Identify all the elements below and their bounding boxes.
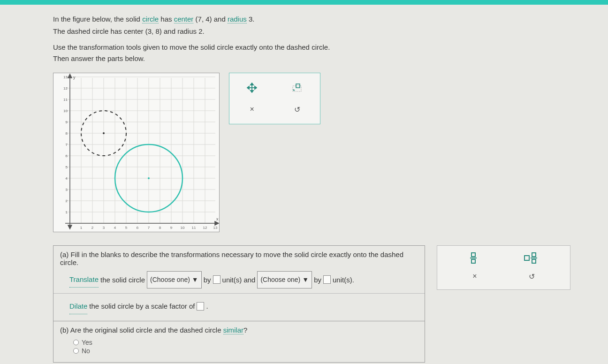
svg-text:9: 9 [170, 226, 173, 230]
question-line-1: In the figure below, the solid circle ha… [53, 13, 570, 37]
keypad-undo[interactable]: ↺ [529, 272, 535, 281]
svg-text:4: 4 [66, 176, 68, 181]
svg-text:y: y [73, 75, 76, 80]
radio-icon [73, 340, 79, 345]
text: by [314, 272, 321, 288]
svg-text:10: 10 [63, 109, 68, 113]
text: ? [243, 326, 247, 334]
text: unit(s). [333, 272, 354, 288]
center-2: (3, 8) [145, 27, 162, 35]
chevron-down-icon: ▼ [302, 273, 309, 287]
mixed-fraction-button[interactable] [524, 252, 537, 264]
svg-text:2: 2 [66, 199, 68, 203]
translate-tool[interactable] [243, 81, 261, 95]
part-b-text: Are the original solid circle and the da… [70, 326, 223, 334]
svg-text:x: x [216, 217, 219, 221]
svg-text:11: 11 [192, 226, 196, 230]
keypad-panel: × ↺ [437, 245, 570, 290]
radio-yes[interactable]: Yes [73, 339, 418, 346]
yes-label: Yes [82, 339, 92, 346]
svg-marker-31 [68, 225, 72, 229]
term-similar[interactable]: similar [223, 326, 243, 334]
svg-marker-69 [255, 86, 257, 89]
svg-text:9: 9 [66, 120, 68, 124]
part-a-label: (a) [60, 250, 68, 258]
app-top-bar [0, 0, 608, 5]
svg-point-61 [103, 132, 105, 134]
answer-panel: (a) Fill in the blanks to describe the t… [53, 245, 425, 363]
scale-factor-input[interactable] [197, 302, 204, 311]
svg-marker-29 [68, 74, 72, 78]
svg-text:2: 2 [91, 226, 94, 230]
clear-tool[interactable]: × [243, 102, 261, 116]
units-input-2[interactable] [323, 275, 331, 284]
text: The dashed circle has center [53, 27, 145, 35]
fraction-button[interactable] [470, 252, 477, 264]
instruction: Use the transformation tools given to mo… [53, 42, 570, 64]
units-input-1[interactable] [213, 275, 220, 284]
text: and radius [162, 27, 198, 35]
svg-text:13: 13 [63, 75, 68, 79]
text: has [159, 15, 174, 23]
radius-2: 2. [198, 27, 205, 35]
dilate-tool[interactable] [288, 81, 307, 95]
svg-text:4: 4 [114, 226, 116, 230]
text: . [206, 298, 208, 314]
radio-icon [73, 348, 79, 354]
keypad-clear[interactable]: × [472, 272, 477, 281]
radius-1: 3. [247, 15, 255, 23]
undo-tool[interactable]: ↺ [288, 102, 307, 116]
text: unit(s) and [222, 272, 256, 288]
part-a-text: Fill in the blanks to describe the trans… [60, 250, 403, 266]
svg-text:6: 6 [137, 226, 139, 230]
svg-text:3: 3 [66, 188, 68, 192]
term-radius[interactable]: radius [228, 15, 247, 23]
svg-text:6: 6 [66, 154, 68, 158]
svg-marker-30 [215, 221, 219, 225]
coordinate-graph[interactable]: 12345678910111213 12345678910111213 y x [53, 73, 220, 232]
svg-text:12: 12 [203, 226, 207, 230]
no-label: No [82, 347, 90, 355]
svg-text:8: 8 [159, 226, 161, 230]
transform-toolbar: × ↺ [229, 73, 320, 124]
part-b-label: (b) [60, 326, 68, 334]
term-center[interactable]: center [174, 15, 194, 23]
svg-text:1: 1 [80, 226, 83, 230]
svg-text:5: 5 [125, 226, 128, 230]
term-translate[interactable]: Translate [69, 272, 99, 288]
svg-marker-68 [247, 86, 249, 89]
term-circle[interactable]: circle [142, 15, 159, 23]
svg-text:12: 12 [63, 86, 68, 91]
text: the solid circle by a scale factor of [89, 298, 195, 314]
svg-marker-66 [251, 83, 253, 85]
content-area: In the figure below, the solid circle ha… [0, 5, 608, 364]
text: by [204, 272, 211, 288]
instruction-line-1: Use the transformation tools given to mo… [53, 43, 330, 51]
svg-text:10: 10 [181, 226, 185, 230]
direction-select-2[interactable]: (Choose one)▼ [257, 271, 312, 288]
choose-label: (Choose one) [150, 273, 190, 287]
term-dilate[interactable]: Dilate [69, 298, 87, 314]
svg-text:13: 13 [213, 226, 218, 230]
svg-text:7: 7 [66, 143, 68, 147]
svg-text:11: 11 [63, 98, 68, 102]
text: the solid circle [100, 272, 145, 288]
chevron-down-icon: ▼ [192, 273, 198, 287]
svg-text:3: 3 [103, 226, 105, 230]
center-1: (7, 4) [193, 15, 213, 23]
text: and [214, 15, 228, 23]
choose-label: (Choose one) [260, 273, 300, 287]
svg-text:8: 8 [66, 131, 68, 136]
svg-text:1: 1 [66, 210, 68, 214]
svg-marker-67 [251, 91, 253, 92]
text: In the figure below, the solid [53, 15, 142, 23]
svg-point-63 [148, 177, 150, 179]
instruction-line-2: Then answer the parts below. [53, 54, 145, 62]
svg-text:7: 7 [148, 226, 150, 230]
svg-text:5: 5 [66, 165, 68, 169]
radio-no[interactable]: No [73, 347, 418, 355]
part-b: (b) Are the original solid circle and th… [53, 321, 425, 363]
direction-select-1[interactable]: (Choose one)▼ [147, 271, 202, 288]
svg-marker-72 [293, 89, 295, 91]
part-a: (a) Fill in the blanks to describe the t… [53, 245, 425, 321]
